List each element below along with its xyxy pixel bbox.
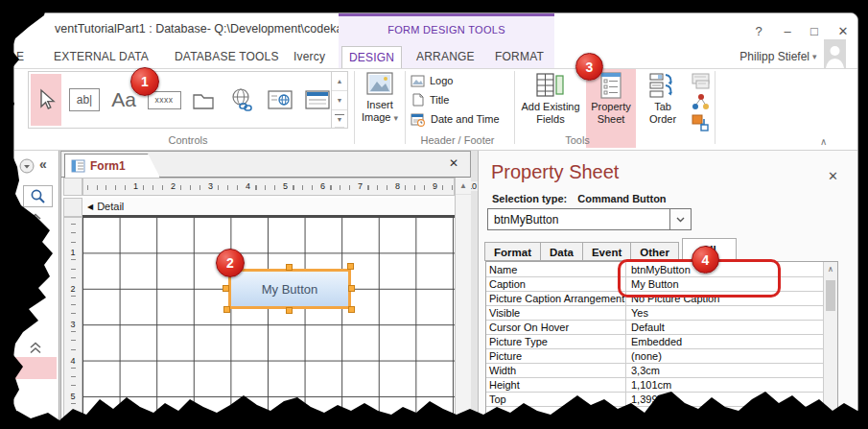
search-icon xyxy=(30,188,47,205)
tab-ivercy[interactable]: Ivercy xyxy=(293,46,325,68)
ruler-number: 3 xyxy=(64,320,82,329)
navigation-pane-collapsed: « xyxy=(14,151,59,429)
avatar[interactable] xyxy=(824,39,846,68)
screenshot-stage: ventTutorialPart1 : Database- Q:\Develop… xyxy=(0,0,868,429)
form-design-window: Form1 ✕ 1 2 3 4 5 6 7 8 9 10 xyxy=(60,151,471,429)
selection-handle-bottom-right[interactable] xyxy=(348,306,355,313)
textbox-tool-button[interactable]: ab| xyxy=(67,74,102,126)
web-browser-tool-button[interactable] xyxy=(263,74,297,126)
tab-database-tools[interactable]: DATABASE TOOLS xyxy=(175,46,279,68)
ruler-number: 4 xyxy=(244,181,252,191)
account-name[interactable]: Philipp Stiefel xyxy=(721,46,809,68)
view-code-button[interactable] xyxy=(692,113,711,135)
ruler-number: 7 xyxy=(356,181,364,191)
gallery-scroll-down[interactable]: ▼ xyxy=(332,91,347,110)
maximize-button[interactable]: □ xyxy=(805,23,824,40)
selection-handle-top[interactable] xyxy=(286,264,293,271)
document-tab-bar: Form1 ✕ xyxy=(61,152,470,178)
help-button[interactable]: ? xyxy=(749,23,768,40)
property-table-scrollbar[interactable]: ∧ xyxy=(823,262,837,429)
tab-format[interactable]: FORMAT xyxy=(495,46,544,68)
my-button-control[interactable]: My Button xyxy=(228,269,351,309)
tab-external-data[interactable]: EXTERNAL DATA xyxy=(54,46,149,68)
selection-handle-bottom-left[interactable] xyxy=(223,306,230,313)
combo-dropdown-button[interactable] xyxy=(669,209,691,229)
design-grid[interactable]: My Button xyxy=(82,217,455,429)
select-tool-button[interactable] xyxy=(31,74,61,126)
detail-section-bar[interactable]: ◀ Detail xyxy=(82,198,455,217)
selection-type-value: Command Button xyxy=(577,193,666,204)
convert-macros-icon xyxy=(692,93,711,110)
ps-tab-event[interactable]: Event xyxy=(583,242,631,261)
subform-new-window-button[interactable] xyxy=(692,73,711,93)
navigation-tool-button[interactable] xyxy=(301,74,334,126)
tab-design[interactable]: DESIGN xyxy=(341,46,402,68)
tab-order-label-2: Order xyxy=(638,113,688,126)
property-row: Cursor On HoverDefault xyxy=(486,321,823,335)
object-selector-combo[interactable]: btnMyButton xyxy=(487,208,692,230)
tab-partial[interactable]: E xyxy=(16,46,24,68)
insert-image-label-2: Image xyxy=(362,111,391,123)
ruler-number: 2 xyxy=(169,181,177,191)
document-tab-form1[interactable]: Form1 xyxy=(64,154,160,178)
date-time-label: Date and Time xyxy=(431,113,500,125)
callout-4: 4 xyxy=(692,246,719,274)
logo-button[interactable]: Logo xyxy=(411,73,453,88)
gallery-more-button[interactable]: ▼ xyxy=(335,114,344,128)
form-vertical-scrollbar[interactable]: ▲ xyxy=(455,178,471,429)
selection-handle-right[interactable] xyxy=(348,285,355,292)
tab-arrange[interactable]: ARRANGE xyxy=(416,46,475,68)
ps-tab-format[interactable]: Format xyxy=(484,242,541,261)
chevron-up-double-icon[interactable] xyxy=(29,212,42,229)
ribbon-tab-row: E EXTERNAL DATA DATABASE TOOLS Ivercy DE… xyxy=(14,46,857,69)
property-sheet-close-button[interactable]: ✕ xyxy=(828,169,838,183)
tab-order-button[interactable]: Tab Order xyxy=(638,69,688,148)
ruler-corner-box[interactable] xyxy=(63,178,82,196)
selection-handle-bottom[interactable] xyxy=(286,307,293,314)
property-sheet-label-2: Sheet xyxy=(586,113,636,126)
selection-type-label: Selection type: xyxy=(492,193,567,204)
close-button[interactable]: ✕ xyxy=(833,23,853,40)
logo-icon xyxy=(411,75,425,87)
selection-handle-left[interactable] xyxy=(223,285,229,292)
convert-macros-button[interactable] xyxy=(692,93,711,114)
group-divider xyxy=(405,71,406,144)
tab-order-icon xyxy=(649,72,676,99)
hyperlink-tool-button[interactable] xyxy=(224,74,259,126)
date-time-button[interactable]: Date and Time xyxy=(411,111,500,127)
property-row: Width3,3cm xyxy=(486,364,823,378)
ruler-number: 1 xyxy=(64,248,82,257)
ruler-number: 5 xyxy=(64,392,82,401)
ruler-number: 2 xyxy=(64,284,82,294)
selection-handle-top-right[interactable] xyxy=(347,263,354,270)
insert-image-label-1: Insert xyxy=(358,99,402,111)
shutter-bar-collapse-button[interactable]: « xyxy=(39,156,47,172)
document-close-button[interactable]: ✕ xyxy=(449,156,458,170)
horizontal-ruler: 1 2 3 4 5 6 7 8 9 10 xyxy=(82,178,455,196)
tools-group-label: Tools xyxy=(517,134,638,146)
gallery-scroll-up[interactable]: ▲ xyxy=(332,72,347,91)
account-dropdown-icon[interactable]: ▾ xyxy=(812,46,817,68)
ruler-number: 4 xyxy=(64,356,82,366)
nav-dropdown-button[interactable] xyxy=(19,158,35,178)
ps-tab-data[interactable]: Data xyxy=(541,242,583,261)
vertical-ruler: 1 2 3 4 5 xyxy=(63,217,82,429)
ps-tab-other[interactable]: Other xyxy=(631,242,679,261)
collapse-ribbon-button[interactable]: ∧ xyxy=(820,136,827,147)
scroll-up-arrow[interactable]: ∧ xyxy=(824,262,837,276)
tab-control-tool-button[interactable] xyxy=(186,74,221,126)
contextual-tools-label: FORM DESIGN TOOLS xyxy=(387,24,505,36)
callout-1: 1 xyxy=(130,67,159,96)
chevron-up-double-icon[interactable] xyxy=(29,341,42,358)
add-existing-fields-label-1: Add Existing xyxy=(517,101,584,113)
scrollbar-thumb[interactable] xyxy=(826,280,835,311)
person-icon xyxy=(824,39,846,68)
nav-search-button[interactable] xyxy=(23,185,53,207)
ruler-number: 5 xyxy=(281,181,290,191)
section-selector-box[interactable] xyxy=(63,198,82,217)
scroll-up-arrow[interactable]: ▲ xyxy=(456,178,471,195)
insert-image-button[interactable]: Insert Image ▾ xyxy=(358,69,402,148)
ruler-number: 9 xyxy=(431,181,439,191)
title-button[interactable]: Title xyxy=(411,92,449,107)
minimize-button[interactable]: – xyxy=(778,23,797,40)
